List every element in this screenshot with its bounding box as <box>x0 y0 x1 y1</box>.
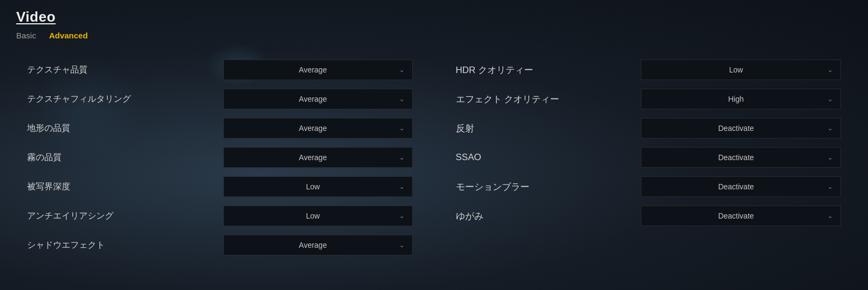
select-texture-filtering[interactable]: Average ⌄ <box>223 89 413 109</box>
settings-grid: テクスチャ品質 Average ⌄ テクスチャフィルタリング Average ⌄… <box>16 56 852 259</box>
select-motion-blur[interactable]: Deactivate ⌄ <box>641 176 841 197</box>
setting-row-hdr-quality: HDR クオリティー Low ⌄ <box>456 56 842 83</box>
select-anti-aliasing[interactable]: Low ⌄ <box>223 206 413 226</box>
setting-row-shadow-effect: シャドウエフェクト Average ⌄ <box>27 232 413 259</box>
value-reflection: Deactivate <box>649 124 823 133</box>
setting-row-anti-aliasing: アンチエイリアシング Low ⌄ <box>27 202 413 229</box>
select-effect-quality[interactable]: High ⌄ <box>641 89 841 109</box>
select-fog-quality[interactable]: Average ⌄ <box>223 147 413 168</box>
setting-row-fog-quality: 霧の品質 Average ⌄ <box>27 144 413 171</box>
page-container: Video Basic Advanced テクスチャ品質 Average ⌄ テ… <box>0 0 868 267</box>
chevron-down-icon: ⌄ <box>399 241 405 249</box>
chevron-down-icon: ⌄ <box>827 66 833 74</box>
chevron-down-icon: ⌄ <box>399 212 405 220</box>
value-hdr-quality: Low <box>649 65 823 74</box>
chevron-down-icon: ⌄ <box>827 212 833 220</box>
value-texture-filtering: Average <box>231 95 395 103</box>
label-terrain-quality: 地形の品質 <box>27 123 114 134</box>
setting-row-distortion: ゆがみ Deactivate ⌄ <box>456 202 842 229</box>
select-ssao[interactable]: Deactivate ⌄ <box>641 147 841 168</box>
tabs-row: Basic Advanced <box>16 30 852 41</box>
value-depth-of-field: Low <box>231 182 395 191</box>
label-depth-of-field: 被写界深度 <box>27 181 114 193</box>
chevron-down-icon: ⌄ <box>399 124 405 132</box>
label-shadow-effect: シャドウエフェクト <box>27 240 114 251</box>
setting-row-depth-of-field: 被写界深度 Low ⌄ <box>27 173 413 200</box>
tab-basic[interactable]: Basic <box>16 30 36 41</box>
chevron-down-icon: ⌄ <box>399 154 405 161</box>
setting-row-ssao: SSAO Deactivate ⌄ <box>456 144 842 171</box>
tab-advanced[interactable]: Advanced <box>49 30 88 41</box>
page-title: Video <box>16 9 852 25</box>
setting-row-reflection: 反射 Deactivate ⌄ <box>456 115 842 142</box>
select-terrain-quality[interactable]: Average ⌄ <box>223 118 413 139</box>
select-reflection[interactable]: Deactivate ⌄ <box>641 118 841 139</box>
label-fog-quality: 霧の品質 <box>27 152 114 163</box>
right-settings-column: HDR クオリティー Low ⌄ エフェクト クオリティー High ⌄ 反射 … <box>456 56 842 259</box>
chevron-down-icon: ⌄ <box>827 183 833 190</box>
value-effect-quality: High <box>649 95 823 103</box>
label-motion-blur: モーションブラー <box>456 181 564 193</box>
label-texture-filtering: テクスチャフィルタリング <box>27 94 131 105</box>
value-shadow-effect: Average <box>231 241 395 249</box>
value-texture-quality: Average <box>231 65 395 74</box>
select-depth-of-field[interactable]: Low ⌄ <box>223 176 413 197</box>
select-shadow-effect[interactable]: Average ⌄ <box>223 235 413 255</box>
setting-row-terrain-quality: 地形の品質 Average ⌄ <box>27 115 413 142</box>
value-fog-quality: Average <box>231 153 395 162</box>
setting-row-texture-quality: テクスチャ品質 Average ⌄ <box>27 56 413 83</box>
setting-row-motion-blur: モーションブラー Deactivate ⌄ <box>456 173 842 200</box>
select-distortion[interactable]: Deactivate ⌄ <box>641 206 841 226</box>
chevron-down-icon: ⌄ <box>399 66 405 74</box>
value-ssao: Deactivate <box>649 153 823 162</box>
left-settings-column: テクスチャ品質 Average ⌄ テクスチャフィルタリング Average ⌄… <box>27 56 413 259</box>
label-reflection: 反射 <box>456 122 564 135</box>
chevron-down-icon: ⌄ <box>827 124 833 132</box>
setting-row-effect-quality: エフェクト クオリティー High ⌄ <box>456 85 842 113</box>
label-texture-quality: テクスチャ品質 <box>27 64 114 76</box>
value-distortion: Deactivate <box>649 212 823 220</box>
select-hdr-quality[interactable]: Low ⌄ <box>641 60 841 80</box>
select-texture-quality[interactable]: Average ⌄ <box>223 60 413 80</box>
value-motion-blur: Deactivate <box>649 182 823 191</box>
value-anti-aliasing: Low <box>231 212 395 220</box>
label-anti-aliasing: アンチエイリアシング <box>27 210 114 222</box>
chevron-down-icon: ⌄ <box>399 183 405 190</box>
value-terrain-quality: Average <box>231 124 395 133</box>
label-effect-quality: エフェクト クオリティー <box>456 93 564 106</box>
label-distortion: ゆがみ <box>456 210 564 222</box>
chevron-down-icon: ⌄ <box>399 95 405 103</box>
label-ssao: SSAO <box>456 152 564 163</box>
setting-row-texture-filtering: テクスチャフィルタリング Average ⌄ <box>27 85 413 113</box>
chevron-down-icon: ⌄ <box>827 95 833 103</box>
chevron-down-icon: ⌄ <box>827 154 833 161</box>
label-hdr-quality: HDR クオリティー <box>456 64 564 76</box>
